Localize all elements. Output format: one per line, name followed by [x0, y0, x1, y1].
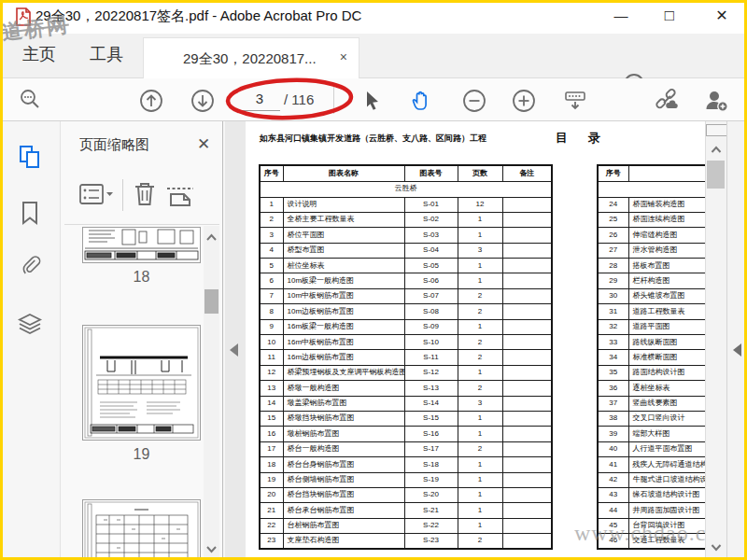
table-row: 33路线纵断面图	[598, 335, 705, 350]
table-cell: S-15	[404, 411, 458, 426]
column-header: 页数	[458, 165, 502, 181]
hand-tool-icon[interactable]	[411, 89, 435, 113]
table-cell: 桥台一般构造图	[283, 441, 404, 456]
table-row: 3桥位平面图S-031	[260, 228, 552, 243]
table-cell: S-23	[404, 534, 458, 549]
select-tool-icon[interactable]	[360, 89, 385, 113]
doc-scroll-up-icon[interactable]	[710, 144, 723, 156]
zoom-level-dropdown-icon[interactable]	[563, 89, 587, 113]
panel-splitter[interactable]	[225, 121, 246, 560]
table-cell: 道路工程数量表	[628, 304, 705, 319]
table-cell: S-07	[404, 288, 458, 303]
table-row: 18桥台台身钢筋布置图S-181	[260, 457, 552, 472]
table-row: 32道路平面图	[598, 319, 705, 334]
table-cell: S-11	[404, 350, 458, 365]
thumbnail-page-number[interactable]: 18	[82, 269, 201, 286]
table-row: 35路面结构设计图	[598, 365, 705, 380]
table-cell: 端部大样图	[628, 427, 705, 441]
panel-close-icon[interactable]: ✕	[197, 134, 210, 154]
table-cell: 19	[260, 472, 283, 487]
table-header-row: 序号图表名称	[598, 165, 705, 181]
table-row: 38交叉口竖向设计	[598, 411, 705, 426]
tab-close-icon[interactable]: ×	[340, 49, 347, 64]
page-thumbnail[interactable]	[82, 325, 201, 441]
search-icon[interactable]	[19, 89, 43, 113]
column-header: 序号	[598, 165, 628, 181]
table-cell: 35	[598, 365, 628, 380]
table-cell: S-04	[404, 243, 458, 258]
zoom-in-icon[interactable]	[512, 89, 536, 113]
share-link-icon[interactable]	[654, 89, 678, 113]
doc-scrollbar-thumb[interactable]	[707, 161, 725, 189]
page-number-input[interactable]: 3	[239, 87, 280, 111]
table-row: 44井周路面加固设计图	[598, 503, 705, 518]
table-cell: 桩位坐标表	[283, 259, 404, 273]
section-row: 云胜桥	[260, 181, 552, 197]
table-cell: 34	[598, 350, 628, 365]
table-cell: S-19	[404, 472, 458, 487]
table-cell: 搭板布置图	[628, 259, 705, 273]
attachments-icon[interactable]	[17, 254, 43, 280]
table-cell: 10m中板钢筋布置图	[283, 288, 404, 303]
table-cell	[502, 197, 552, 212]
table-cell: 40	[598, 441, 628, 456]
thumbnail-page-number[interactable]: 19	[82, 446, 201, 463]
column-header: 图表名称	[283, 165, 404, 181]
collapse-panel-icon[interactable]	[230, 343, 238, 357]
reduce-thumbnails-icon[interactable]	[165, 183, 195, 207]
table-cell: 1	[458, 259, 502, 273]
next-page-icon[interactable]	[190, 89, 215, 113]
table-cell	[502, 472, 552, 487]
zoom-out-icon[interactable]	[462, 89, 486, 113]
layers-icon[interactable]	[17, 312, 43, 338]
table-row: 20桥台挡块钢筋布置图S-201	[260, 487, 552, 502]
previous-page-icon[interactable]	[139, 89, 163, 113]
fill-sign-user-icon[interactable]	[704, 89, 728, 113]
table-cell: 37	[598, 396, 628, 411]
table-cell: 2	[458, 288, 502, 303]
main-toolbar: 3 / 116	[0, 78, 747, 121]
table-cell: 1	[458, 411, 502, 426]
scroll-up-icon[interactable]	[205, 231, 218, 244]
delete-pages-icon[interactable]	[134, 181, 156, 207]
table-row: 1116m边板钢筋布置图S-112	[260, 350, 552, 365]
table-cell: 26	[598, 228, 628, 243]
thumbnail-options-icon[interactable]	[79, 183, 113, 207]
expand-tools-icon[interactable]	[733, 343, 741, 357]
table-cell: 墩桩钢筋布置图	[283, 427, 404, 441]
doc-scroll-down-icon[interactable]	[710, 541, 723, 553]
table-cell: 桥位平面图	[283, 228, 404, 243]
tab-document[interactable]: 29全30，20220817... ×	[143, 37, 359, 78]
table-cell: 桥台台身钢筋布置图	[283, 457, 404, 472]
scrollbar-thumb[interactable]	[204, 289, 218, 314]
table-row: 42牛腿式进口坡道结构设计图	[598, 472, 705, 487]
table-cell: 1	[458, 518, 502, 533]
table-cell: 泄水管构造图	[628, 243, 705, 258]
bookmarks-icon[interactable]	[17, 200, 43, 226]
table-cell	[502, 365, 552, 380]
table-cell: 栏杆构造图	[628, 273, 705, 288]
tab-tools[interactable]: 工具	[90, 43, 123, 65]
table-cell	[502, 212, 552, 227]
table-cell: 全桥主要工程数量表	[283, 212, 404, 227]
table-cell: 1	[260, 197, 283, 212]
close-button[interactable]: ✕	[706, 4, 738, 28]
table-cell: 台桩钢筋布置图	[283, 518, 404, 533]
page-thumbnails-icon[interactable]	[17, 144, 43, 170]
page-thumbnail[interactable]	[82, 227, 201, 263]
table-cell	[502, 487, 552, 502]
minimize-button[interactable]: —	[605, 4, 637, 28]
left-toc-table: 序号图表名称图表号页数备注云胜桥1设计说明S-01122全桥主要工程数量表S-0…	[259, 164, 553, 550]
tab-home[interactable]: 主页	[22, 43, 56, 65]
table-cell: 13	[260, 381, 283, 396]
thumbnail-panel-scrollbar[interactable]	[204, 226, 219, 560]
table-cell: 桥梁预埋钢板及支座调平钢板构造图	[283, 365, 404, 380]
table-cell	[502, 243, 552, 258]
table-row: 5桩位坐标表S-051	[260, 259, 552, 273]
table-cell: 36	[598, 381, 628, 396]
table-cell	[502, 259, 552, 273]
scroll-down-icon[interactable]	[205, 543, 218, 555]
maximize-button[interactable]: □	[654, 4, 685, 28]
table-cell: 桥头锥坡布置图	[628, 288, 705, 303]
page-thumbnail[interactable]	[82, 499, 201, 559]
